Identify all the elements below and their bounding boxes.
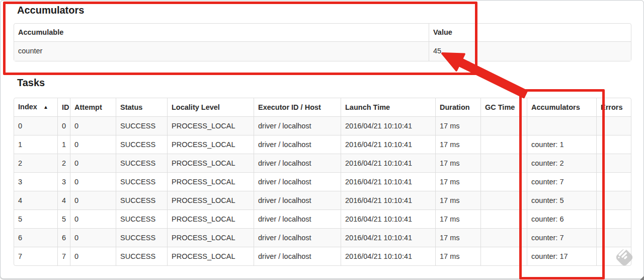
task-cell: 17 ms (435, 228, 480, 247)
task-cell: 0 (70, 247, 116, 265)
task-cell: 1 (14, 135, 57, 154)
tasks-column-header-executor-id-host[interactable]: Executor ID / Host (254, 98, 341, 116)
task-cell (480, 172, 527, 191)
task-cell: driver / localhost (254, 247, 341, 265)
task-cell (596, 135, 631, 154)
task-cell: SUCCESS (116, 247, 167, 265)
accumulators-table: Accumulable Value counter 45 (14, 23, 631, 61)
task-cell: 2016/04/21 10:10:41 (341, 209, 435, 228)
task-cell (596, 209, 631, 228)
task-cell: 2016/04/21 10:10:41 (341, 116, 435, 135)
task-cell: 0 (70, 228, 116, 247)
task-cell: SUCCESS (116, 172, 167, 191)
column-header-label: Locality Level (172, 103, 220, 111)
task-row: 220SUCCESSPROCESS_LOCALdriver / localhos… (14, 154, 631, 172)
task-cell (596, 247, 631, 265)
mouse-cursor-icon (636, 272, 644, 280)
task-cell: SUCCESS (116, 228, 167, 247)
task-cell (480, 209, 527, 228)
task-cell: driver / localhost (254, 228, 341, 247)
column-header-label: ID (62, 103, 69, 111)
task-cell: 17 ms (435, 154, 480, 172)
task-cell: 5 (57, 209, 70, 228)
task-cell: 0 (70, 191, 116, 209)
task-cell: driver / localhost (254, 116, 341, 135)
task-cell: 2016/04/21 10:10:41 (341, 154, 435, 172)
task-cell (480, 154, 527, 172)
task-cell: driver / localhost (254, 172, 341, 191)
task-cell: SUCCESS (116, 191, 167, 209)
tasks-column-header-gc-time[interactable]: GC Time (480, 98, 527, 116)
task-cell: counter: 5 (527, 191, 596, 209)
task-cell: 2016/04/21 10:10:41 (341, 172, 435, 191)
tasks-column-header-id[interactable]: ID (57, 98, 70, 116)
column-header-label: GC Time (485, 103, 515, 111)
task-row: 330SUCCESSPROCESS_LOCALdriver / localhos… (14, 172, 631, 191)
task-row: 770SUCCESSPROCESS_LOCALdriver / localhos… (14, 247, 631, 265)
task-cell: PROCESS_LOCAL (167, 209, 254, 228)
task-cell: counter: 1 (527, 135, 596, 154)
task-cell: counter: 17 (527, 247, 596, 265)
tasks-column-header-errors[interactable]: Errors (596, 98, 631, 116)
task-row: 660SUCCESSPROCESS_LOCALdriver / localhos… (14, 228, 631, 247)
task-cell: counter: 6 (527, 209, 596, 228)
tasks-column-header-index[interactable]: Index▲ (14, 98, 57, 116)
tasks-column-header-status[interactable]: Status (116, 98, 167, 116)
tasks-header-row: Index▲IDAttemptStatusLocality LevelExecu… (14, 98, 631, 116)
task-cell (596, 172, 631, 191)
task-cell: 7 (57, 247, 70, 265)
accumulable-value-cell: 45 (429, 41, 631, 61)
task-cell: counter: 2 (527, 154, 596, 172)
task-cell: PROCESS_LOCAL (167, 154, 254, 172)
task-cell: 1 (57, 135, 70, 154)
task-cell: SUCCESS (116, 116, 167, 135)
task-cell: counter: 7 (527, 228, 596, 247)
task-cell: counter: 7 (527, 172, 596, 191)
column-header-label: Launch Time (345, 103, 390, 111)
tasks-table-body: 000SUCCESSPROCESS_LOCALdriver / localhos… (14, 116, 631, 265)
task-cell: 0 (70, 172, 116, 191)
task-cell: PROCESS_LOCAL (167, 191, 254, 209)
task-cell (480, 135, 527, 154)
task-cell: PROCESS_LOCAL (167, 116, 254, 135)
accumulable-name-cell: counter (14, 41, 429, 61)
task-cell: PROCESS_LOCAL (167, 135, 254, 154)
task-cell: 17 ms (435, 172, 480, 191)
tasks-column-header-duration[interactable]: Duration (435, 98, 480, 116)
tasks-column-header-launch-time[interactable]: Launch Time (341, 98, 435, 116)
task-cell: 6 (14, 228, 57, 247)
task-cell: SUCCESS (116, 135, 167, 154)
task-cell: 4 (57, 191, 70, 209)
tasks-column-header-accumulators[interactable]: Accumulators (527, 98, 596, 116)
task-cell: 17 ms (435, 116, 480, 135)
task-cell: 2 (14, 154, 57, 172)
task-row: 440SUCCESSPROCESS_LOCALdriver / localhos… (14, 191, 631, 209)
task-cell: 0 (57, 116, 70, 135)
task-cell: 17 ms (435, 191, 480, 209)
task-cell (596, 228, 631, 247)
accumulable-column-header: Accumulable (14, 24, 429, 41)
tasks-table: Index▲IDAttemptStatusLocality LevelExecu… (14, 98, 631, 266)
column-header-label: Executor ID / Host (258, 103, 321, 111)
column-header-label: Index (18, 103, 37, 111)
task-row: 110SUCCESSPROCESS_LOCALdriver / localhos… (14, 135, 631, 154)
value-column-header: Value (429, 24, 631, 41)
tasks-column-header-locality-level[interactable]: Locality Level (167, 98, 254, 116)
accumulator-row: counter 45 (14, 41, 631, 61)
column-header-label: Status (120, 103, 142, 111)
task-cell: 3 (57, 172, 70, 191)
task-cell: driver / localhost (254, 209, 341, 228)
task-cell (527, 116, 596, 135)
task-cell: 2016/04/21 10:10:41 (341, 247, 435, 265)
task-row: 550SUCCESSPROCESS_LOCALdriver / localhos… (14, 209, 631, 228)
task-row: 000SUCCESSPROCESS_LOCALdriver / localhos… (14, 116, 631, 135)
task-cell (480, 191, 527, 209)
task-cell: 4 (14, 191, 57, 209)
task-cell: 2016/04/21 10:10:41 (341, 135, 435, 154)
task-cell: 2 (57, 154, 70, 172)
task-cell: PROCESS_LOCAL (167, 172, 254, 191)
tasks-column-header-attempt[interactable]: Attempt (70, 98, 116, 116)
task-cell (480, 228, 527, 247)
task-cell: driver / localhost (254, 154, 341, 172)
task-cell: 7 (14, 247, 57, 265)
